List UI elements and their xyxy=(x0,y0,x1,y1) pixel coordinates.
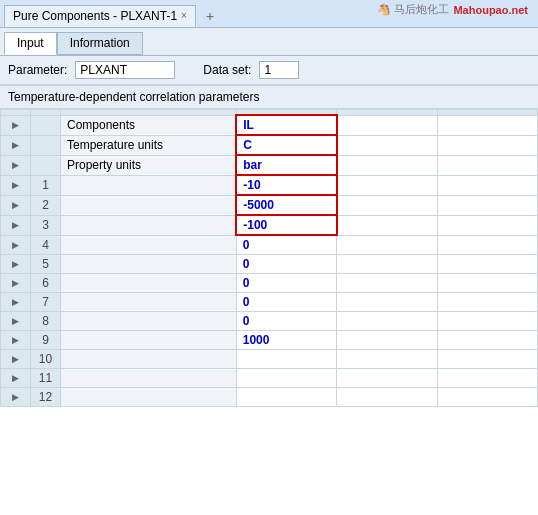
row-id xyxy=(31,115,61,135)
row-value[interactable] xyxy=(236,369,336,388)
row-label: Temperature units xyxy=(61,135,237,155)
row-empty-cell xyxy=(337,175,437,195)
row-id xyxy=(31,135,61,155)
row-value[interactable]: 0 xyxy=(236,235,336,255)
row-value[interactable] xyxy=(236,388,336,407)
row-id: 10 xyxy=(31,350,61,369)
row-empty-cell xyxy=(437,388,537,407)
main-content: Input Information Parameter: Data set: T… xyxy=(0,28,538,515)
row-value[interactable] xyxy=(236,350,336,369)
parameter-label: Parameter: xyxy=(8,63,67,77)
new-tab-button[interactable]: + xyxy=(200,6,220,26)
row-value[interactable]: -5000 xyxy=(236,195,336,215)
row-arrow: ▶ xyxy=(1,195,31,215)
row-empty-cell xyxy=(337,293,437,312)
row-arrow: ▶ xyxy=(1,350,31,369)
row-arrow: ▶ xyxy=(1,155,31,175)
row-id: 3 xyxy=(31,215,61,235)
row-id: 7 xyxy=(31,293,61,312)
row-label xyxy=(61,350,237,369)
dataset-input[interactable] xyxy=(259,61,299,79)
row-empty-cell xyxy=(337,331,437,350)
row-empty-cell xyxy=(437,195,537,215)
row-empty-cell xyxy=(337,155,437,175)
tab-close-button[interactable]: × xyxy=(181,10,187,21)
row-value[interactable]: 0 xyxy=(236,255,336,274)
row-label xyxy=(61,215,237,235)
row-arrow: ▶ xyxy=(1,215,31,235)
parameter-row: Parameter: Data set: xyxy=(0,56,538,85)
content-tabs: Input Information xyxy=(0,28,538,56)
row-label xyxy=(61,235,237,255)
row-value[interactable]: IL xyxy=(236,115,336,135)
row-empty-cell xyxy=(337,350,437,369)
table-container[interactable]: ▶ComponentsIL▶Temperature unitsC▶Propert… xyxy=(0,109,538,515)
row-arrow: ▶ xyxy=(1,312,31,331)
row-empty-cell xyxy=(437,235,537,255)
row-empty-cell xyxy=(437,350,537,369)
title-bar: Pure Components - PLXANT-1 × + 🐴 马后炮化工 M… xyxy=(0,0,538,28)
row-id: 5 xyxy=(31,255,61,274)
row-label: Components xyxy=(61,115,237,135)
row-arrow: ▶ xyxy=(1,293,31,312)
row-empty-cell xyxy=(437,255,537,274)
row-value[interactable]: bar xyxy=(236,155,336,175)
row-empty-cell xyxy=(437,331,537,350)
row-arrow: ▶ xyxy=(1,331,31,350)
row-label xyxy=(61,369,237,388)
row-arrow: ▶ xyxy=(1,135,31,155)
row-empty-cell xyxy=(437,215,537,235)
section-header: Temperature-dependent correlation parame… xyxy=(0,85,538,109)
window-title: Pure Components - PLXANT-1 xyxy=(13,9,177,23)
row-empty-cell xyxy=(337,115,437,135)
row-empty-cell xyxy=(337,135,437,155)
row-value[interactable]: 0 xyxy=(236,293,336,312)
row-arrow: ▶ xyxy=(1,115,31,135)
row-label xyxy=(61,255,237,274)
row-value[interactable]: -100 xyxy=(236,215,336,235)
row-id: 8 xyxy=(31,312,61,331)
row-value[interactable]: 0 xyxy=(236,274,336,293)
row-value[interactable]: 0 xyxy=(236,312,336,331)
row-empty-cell xyxy=(337,255,437,274)
row-id: 6 xyxy=(31,274,61,293)
row-label xyxy=(61,274,237,293)
watermark: 🐴 马后炮化工 Mahoupao.net xyxy=(377,2,528,17)
row-arrow: ▶ xyxy=(1,274,31,293)
tab-information[interactable]: Information xyxy=(57,32,143,55)
parameter-input[interactable] xyxy=(75,61,175,79)
row-id: 2 xyxy=(31,195,61,215)
row-empty-cell xyxy=(437,175,537,195)
row-empty-cell xyxy=(337,235,437,255)
row-empty-cell xyxy=(337,195,437,215)
row-value[interactable]: 1000 xyxy=(236,331,336,350)
row-label xyxy=(61,195,237,215)
row-id: 4 xyxy=(31,235,61,255)
row-value[interactable]: C xyxy=(236,135,336,155)
row-id: 12 xyxy=(31,388,61,407)
row-id: 11 xyxy=(31,369,61,388)
window-tab[interactable]: Pure Components - PLXANT-1 × xyxy=(4,5,196,27)
row-empty-cell xyxy=(337,369,437,388)
dataset-label: Data set: xyxy=(203,63,251,77)
row-empty-cell xyxy=(437,155,537,175)
row-id: 9 xyxy=(31,331,61,350)
row-arrow: ▶ xyxy=(1,235,31,255)
row-id xyxy=(31,155,61,175)
row-label: Property units xyxy=(61,155,237,175)
row-empty-cell xyxy=(437,312,537,331)
row-empty-cell xyxy=(337,388,437,407)
row-label xyxy=(61,293,237,312)
row-empty-cell xyxy=(437,293,537,312)
row-label xyxy=(61,388,237,407)
row-empty-cell xyxy=(337,215,437,235)
row-empty-cell xyxy=(437,135,537,155)
row-label xyxy=(61,331,237,350)
row-empty-cell xyxy=(437,115,537,135)
row-value[interactable]: -10 xyxy=(236,175,336,195)
tab-input[interactable]: Input xyxy=(4,32,57,55)
row-label xyxy=(61,175,237,195)
row-arrow: ▶ xyxy=(1,369,31,388)
row-empty-cell xyxy=(337,312,437,331)
row-arrow: ▶ xyxy=(1,175,31,195)
